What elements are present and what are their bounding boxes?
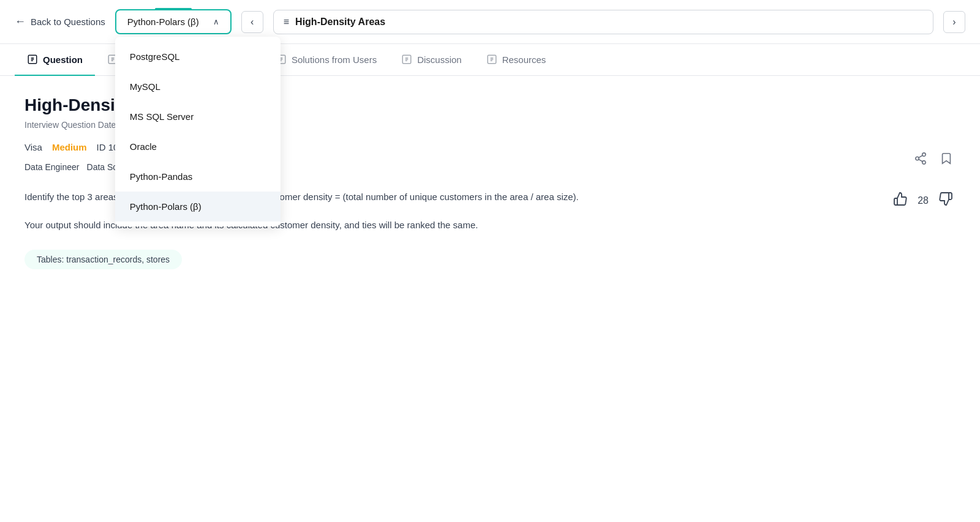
svg-point-6: [922, 153, 926, 157]
difficulty-badge: Medium: [52, 142, 87, 152]
next-question-button[interactable]: ›: [943, 11, 965, 33]
share-button[interactable]: [911, 149, 930, 171]
tab-resources[interactable]: Resources: [474, 44, 559, 76]
dropdown-item-oracle[interactable]: Oracle: [115, 132, 281, 162]
chevron-up-icon: ∧: [213, 17, 219, 26]
breadcrumb-title: High-Density Areas: [295, 17, 385, 28]
language-selector: Python-Polars (β) ∧ PostgreSQL MySQL MS …: [115, 9, 232, 34]
tables-badge: Tables: transaction_records, stores: [24, 250, 182, 269]
share-icon: [914, 152, 927, 165]
dropdown-item-mssql[interactable]: MS SQL Server: [115, 102, 281, 132]
svg-line-10: [919, 155, 922, 158]
svg-line-9: [919, 159, 922, 162]
tab-discussion[interactable]: Discussion: [389, 44, 474, 76]
downvote-button[interactable]: [936, 189, 956, 212]
back-label: Back to Questions: [31, 17, 105, 27]
tab-discussion-label: Discussion: [417, 54, 462, 65]
menu-icon: ≡: [284, 17, 289, 28]
tab-question-label: Question: [43, 54, 83, 65]
bookmark-icon: [940, 152, 953, 165]
dropdown-item-polars[interactable]: Python-Polars (β): [115, 192, 281, 222]
bookmark-button[interactable]: [937, 149, 956, 171]
lang-selector-button[interactable]: Python-Polars (β) ∧: [115, 9, 232, 34]
dropdown-item-mysql[interactable]: MySQL: [115, 72, 281, 102]
role-tag-data-engineer: Data Engineer: [24, 162, 80, 172]
lang-dropdown: PostgreSQL MySQL MS SQL Server Oracle Py…: [115, 37, 281, 226]
next-arrow-icon: ›: [952, 17, 956, 28]
prev-arrow-icon: ‹: [251, 17, 254, 28]
tab-resources-label: Resources: [502, 54, 546, 65]
lang-selected-label: Python-Polars (β): [127, 17, 199, 27]
dropdown-item-postgresql[interactable]: PostgreSQL: [115, 42, 281, 72]
svg-point-8: [922, 161, 926, 165]
thumbs-up-icon: [893, 192, 908, 206]
svg-point-7: [916, 157, 919, 160]
thumbs-down-icon: [938, 192, 953, 206]
tab-question[interactable]: Question: [15, 44, 95, 76]
back-to-questions-link[interactable]: ← Back to Questions: [15, 15, 105, 28]
question-tab-icon: [27, 54, 38, 65]
prev-question-button[interactable]: ‹: [241, 11, 263, 33]
dropdown-item-pandas[interactable]: Python-Pandas: [115, 162, 281, 192]
tab-solutions-from-users[interactable]: Solutions from Users: [263, 44, 389, 76]
back-arrow-icon: ←: [15, 15, 26, 28]
top-nav: ← Back to Questions Python-Polars (β) ∧ …: [0, 0, 980, 44]
question-breadcrumb: ≡ High-Density Areas: [273, 10, 933, 34]
actions-row: [911, 149, 956, 171]
tab-solutions-from-users-label: Solutions from Users: [292, 54, 377, 65]
vote-count: 28: [918, 195, 929, 206]
company-name: Visa: [24, 142, 42, 152]
discussion-tab-icon: [401, 54, 412, 65]
resources-tab-icon: [486, 54, 497, 65]
tables-label: Tables: transaction_records, stores: [37, 255, 170, 264]
vote-row: 28: [891, 189, 956, 212]
upvote-button[interactable]: [891, 189, 910, 212]
